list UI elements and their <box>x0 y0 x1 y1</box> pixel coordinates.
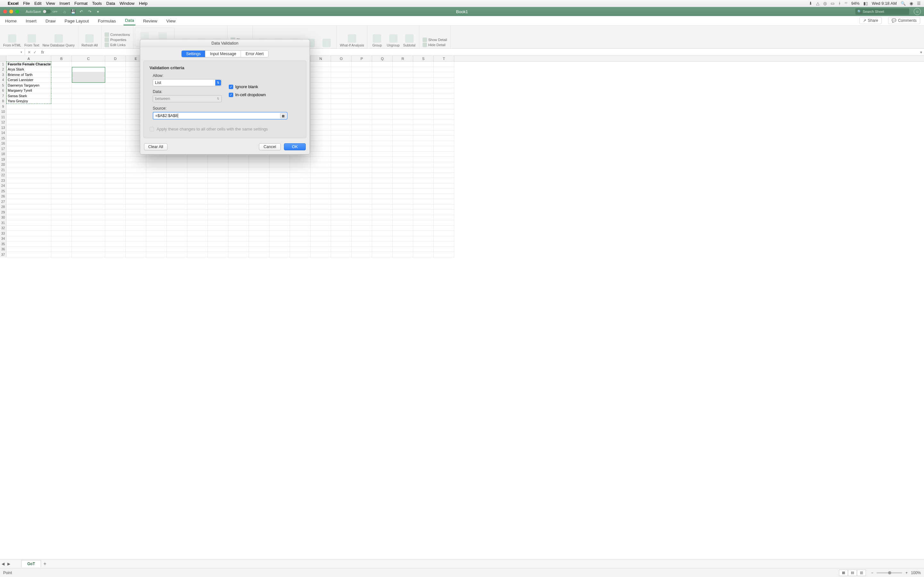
cell-E34[interactable] <box>126 236 146 242</box>
select-all-corner[interactable] <box>0 56 6 61</box>
cell-L31[interactable] <box>270 220 290 226</box>
cell-S32[interactable] <box>413 226 434 231</box>
cell-S22[interactable] <box>413 173 434 178</box>
cell-H32[interactable] <box>187 226 208 231</box>
cell-D3[interactable] <box>105 72 126 77</box>
cell-J23[interactable] <box>228 178 249 183</box>
cell-S25[interactable] <box>413 189 434 194</box>
cell-B21[interactable] <box>51 167 72 173</box>
cell-T37[interactable] <box>434 252 454 258</box>
cell-B5[interactable] <box>51 83 72 88</box>
cell-A35[interactable] <box>6 242 51 247</box>
cell-I22[interactable] <box>208 173 228 178</box>
cell-H27[interactable] <box>187 199 208 205</box>
cell-B4[interactable] <box>51 77 72 83</box>
cell-Q15[interactable] <box>372 135 393 141</box>
cell-E22[interactable] <box>126 173 146 178</box>
cell-A25[interactable] <box>6 189 51 194</box>
qat-dropdown-icon[interactable]: ▾ <box>95 9 101 14</box>
cell-F29[interactable] <box>146 210 167 215</box>
cell-T32[interactable] <box>434 226 454 231</box>
cell-A31[interactable] <box>6 220 51 226</box>
cell-D4[interactable] <box>105 77 126 83</box>
cell-A13[interactable] <box>6 125 51 131</box>
cell-G25[interactable] <box>167 189 187 194</box>
normal-view-icon[interactable]: ▦ <box>839 570 848 576</box>
cell-Q37[interactable] <box>372 252 393 258</box>
cell-C16[interactable] <box>72 141 105 147</box>
cell-T6[interactable] <box>434 88 454 93</box>
cell-C1[interactable] <box>72 61 105 67</box>
cell-O17[interactable] <box>331 146 352 152</box>
cell-H26[interactable] <box>187 194 208 199</box>
cell-D36[interactable] <box>105 247 126 252</box>
col-header-P[interactable]: P <box>352 56 372 61</box>
cell-I32[interactable] <box>208 226 228 231</box>
cell-N29[interactable] <box>310 210 331 215</box>
cell-O14[interactable] <box>331 131 352 136</box>
cell-D18[interactable] <box>105 152 126 157</box>
cell-S8[interactable] <box>413 99 434 104</box>
cell-G32[interactable] <box>167 226 187 231</box>
cell-Q23[interactable] <box>372 178 393 183</box>
cell-K26[interactable] <box>249 194 270 199</box>
cell-G36[interactable] <box>167 247 187 252</box>
cell-Q16[interactable] <box>372 141 393 147</box>
cell-S26[interactable] <box>413 194 434 199</box>
toggle-icon[interactable] <box>43 10 51 13</box>
row-header[interactable]: 19 <box>0 157 6 162</box>
cell-O16[interactable] <box>331 141 352 147</box>
close-window-icon[interactable] <box>3 10 7 13</box>
cell-M27[interactable] <box>290 199 310 205</box>
cell-O31[interactable] <box>331 220 352 226</box>
cell-T16[interactable] <box>434 141 454 147</box>
cell-R2[interactable] <box>393 67 413 73</box>
cell-S3[interactable] <box>413 72 434 77</box>
cell-S34[interactable] <box>413 236 434 242</box>
cell-L35[interactable] <box>270 242 290 247</box>
cell-P8[interactable] <box>352 99 372 104</box>
cell-D1[interactable] <box>105 61 126 67</box>
row-header[interactable]: 18 <box>0 152 6 157</box>
cell-S13[interactable] <box>413 125 434 131</box>
cell-M35[interactable] <box>290 242 310 247</box>
cell-N27[interactable] <box>310 199 331 205</box>
cell-T4[interactable] <box>434 77 454 83</box>
cell-O9[interactable] <box>331 104 352 109</box>
cell-M30[interactable] <box>290 215 310 221</box>
cell-F34[interactable] <box>146 236 167 242</box>
cell-O26[interactable] <box>331 194 352 199</box>
cell-D7[interactable] <box>105 93 126 99</box>
cell-I35[interactable] <box>208 242 228 247</box>
cell-O2[interactable] <box>331 67 352 73</box>
cell-Q29[interactable] <box>372 210 393 215</box>
cell-H30[interactable] <box>187 215 208 221</box>
row-header[interactable]: 2 <box>0 67 6 73</box>
cell-G31[interactable] <box>167 220 187 226</box>
cell-O35[interactable] <box>331 242 352 247</box>
cell-A32[interactable] <box>6 226 51 231</box>
row-header[interactable]: 31 <box>0 220 6 226</box>
cell-A27[interactable] <box>6 199 51 205</box>
menu-insert[interactable]: Insert <box>59 1 70 6</box>
cell-S24[interactable] <box>413 183 434 189</box>
col-header-S[interactable]: S <box>413 56 434 61</box>
cell-B2[interactable] <box>51 67 72 73</box>
cell-M28[interactable] <box>290 205 310 210</box>
cell-B26[interactable] <box>51 194 72 199</box>
cell-H31[interactable] <box>187 220 208 226</box>
cell-M22[interactable] <box>290 173 310 178</box>
cell-Q20[interactable] <box>372 162 393 168</box>
cell-R22[interactable] <box>393 173 413 178</box>
cell-C4[interactable] <box>72 77 105 83</box>
cell-N22[interactable] <box>310 173 331 178</box>
cell-S31[interactable] <box>413 220 434 226</box>
cell-S10[interactable] <box>413 109 434 115</box>
cell-A22[interactable] <box>6 173 51 178</box>
cell-T18[interactable] <box>434 152 454 157</box>
cell-Q13[interactable] <box>372 125 393 131</box>
new-db-query-button[interactable]: New Database Query <box>42 34 74 47</box>
dropbox-icon[interactable]: ⬇ <box>809 1 813 6</box>
row-header[interactable]: 20 <box>0 162 6 168</box>
cell-D17[interactable] <box>105 146 126 152</box>
